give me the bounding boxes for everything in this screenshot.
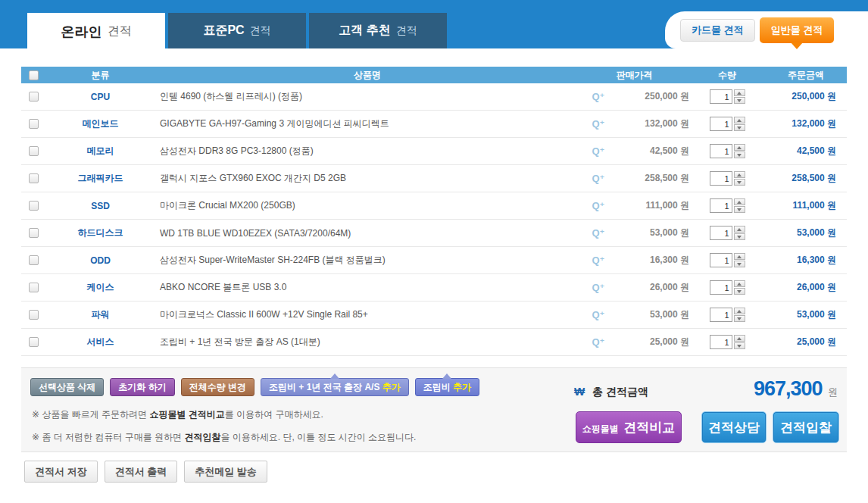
- category-link[interactable]: 그래픽카드: [45, 172, 155, 185]
- total-amount: 967,300 원: [754, 377, 838, 401]
- qty-up-button[interactable]: [734, 253, 745, 260]
- product-name: 삼성전자 DDR3 8G PC3-12800 (정품): [155, 145, 579, 158]
- category-link[interactable]: 케이스: [45, 281, 155, 294]
- row-checkbox[interactable]: [29, 337, 39, 347]
- unit-price: 42,500 원: [617, 145, 689, 158]
- row-checkbox[interactable]: [29, 146, 39, 156]
- category-link[interactable]: CPU: [45, 92, 155, 102]
- quantity-input[interactable]: [710, 117, 732, 131]
- qty-down-button[interactable]: [734, 124, 745, 131]
- delete-selected-button[interactable]: 선택상품 삭제: [30, 378, 104, 396]
- qty-down-button[interactable]: [734, 179, 745, 186]
- quote-consult-button[interactable]: 견적상담: [701, 411, 767, 443]
- reset-button[interactable]: 초기화 하기: [110, 378, 174, 396]
- qty-down-button[interactable]: [734, 261, 745, 267]
- qty-up-button[interactable]: [734, 335, 745, 342]
- unit-price: 250,000 원: [617, 90, 689, 103]
- qty-up-button[interactable]: [734, 198, 745, 205]
- quantity-input[interactable]: [710, 198, 732, 213]
- row-checkbox[interactable]: [29, 255, 39, 265]
- tab-online-quote[interactable]: 온라인 견적: [27, 13, 165, 50]
- unit-price: 25,000 원: [617, 336, 689, 348]
- qty-up-button[interactable]: [734, 171, 745, 178]
- zoom-plus-icon[interactable]: Q⁺: [579, 91, 617, 102]
- quantity-input[interactable]: [710, 253, 732, 267]
- send-recommend-mail-button[interactable]: 추천메일 발송: [184, 461, 267, 483]
- table-row: ODD 삼성전자 Super-WriteMaster SH-224FB (블랙 …: [21, 247, 847, 274]
- zoom-plus-icon[interactable]: Q⁺: [579, 118, 617, 130]
- category-link[interactable]: 메모리: [45, 145, 155, 158]
- order-amount: 111,000 원: [765, 199, 847, 212]
- qty-up-button[interactable]: [734, 144, 745, 151]
- quote-bid-button[interactable]: 견적입찰: [773, 411, 839, 443]
- header-price: 판매가격: [579, 69, 689, 82]
- qty-up-button[interactable]: [734, 280, 745, 287]
- qty-up-button[interactable]: [734, 226, 745, 233]
- save-quote-button[interactable]: 견적서 저장: [24, 461, 98, 483]
- generalmall-quote-button[interactable]: 일반몰 견적: [760, 17, 835, 43]
- change-all-qty-button[interactable]: 전체수량 변경: [181, 378, 254, 396]
- generalmall-quote-label: 일반몰 견적: [771, 24, 823, 36]
- qty-up-button[interactable]: [734, 89, 745, 96]
- zoom-plus-icon[interactable]: Q⁺: [579, 336, 617, 348]
- qty-up-button[interactable]: [734, 117, 745, 123]
- quantity-input[interactable]: [710, 280, 732, 295]
- header-product: 상품명: [155, 69, 579, 82]
- note-text: 을 이용하세요. 단, 이틀 정도 시간이 소요됩니다.: [220, 432, 416, 442]
- select-all-checkbox[interactable]: [29, 70, 39, 80]
- product-name: 마이크론 Crucial MX200 (250GB): [155, 199, 579, 212]
- shop-compare-big-label: 견적비교: [623, 420, 675, 435]
- zoom-plus-icon[interactable]: Q⁺: [579, 227, 617, 239]
- qty-down-button[interactable]: [734, 342, 745, 349]
- row-checkbox[interactable]: [29, 119, 39, 129]
- category-link[interactable]: 서비스: [45, 336, 155, 348]
- add-assembly-button[interactable]: 조립비 추가: [415, 378, 479, 396]
- row-checkbox[interactable]: [29, 283, 39, 292]
- tab-label: 고객 추천: [339, 23, 390, 39]
- category-link[interactable]: ODD: [45, 255, 155, 266]
- qty-down-button[interactable]: [734, 288, 745, 295]
- zoom-plus-icon[interactable]: Q⁺: [579, 173, 617, 184]
- category-link[interactable]: 파워: [45, 308, 155, 321]
- qty-down-button[interactable]: [734, 315, 745, 322]
- category-link[interactable]: 하드디스크: [45, 227, 155, 239]
- quantity-input[interactable]: [710, 89, 732, 104]
- row-checkbox[interactable]: [29, 92, 39, 102]
- quantity-input[interactable]: [710, 308, 732, 322]
- add-assembly-as-button[interactable]: 조립비 + 1년 전국 출장 A/S 추가: [261, 378, 409, 396]
- category-link[interactable]: SSD: [45, 201, 155, 211]
- pointer-up-icon: [330, 373, 339, 379]
- qty-down-button[interactable]: [734, 97, 745, 104]
- category-link[interactable]: 메인보드: [45, 117, 155, 130]
- row-checkbox[interactable]: [29, 310, 39, 320]
- action-buttons: 선택상품 삭제 초기화 하기 전체수량 변경 조립비 + 1년 전국 출장 A/…: [30, 378, 479, 396]
- qty-down-button[interactable]: [734, 152, 745, 158]
- zoom-plus-icon[interactable]: Q⁺: [579, 145, 617, 157]
- zoom-plus-icon[interactable]: Q⁺: [579, 309, 617, 320]
- qty-down-button[interactable]: [734, 206, 745, 213]
- quantity-input[interactable]: [710, 335, 732, 349]
- row-checkbox[interactable]: [29, 201, 39, 211]
- add-assembly-as-accent: 추가: [382, 382, 401, 392]
- row-checkbox[interactable]: [29, 228, 39, 238]
- qty-up-button[interactable]: [734, 308, 745, 314]
- tab-standard-pc-quote[interactable]: 표준PC 견적: [168, 13, 306, 48]
- row-checkbox[interactable]: [29, 173, 39, 183]
- product-name: GIGABYTE GA-H97-Gaming 3 게이밍에디션 피씨디렉트: [155, 117, 579, 130]
- quantity-input[interactable]: [710, 171, 732, 186]
- qty-down-button[interactable]: [734, 233, 745, 240]
- shop-compare-button[interactable]: 쇼핑몰별 견적비교: [576, 411, 682, 443]
- quantity-input[interactable]: [710, 226, 732, 240]
- table-row: 메인보드 GIGABYTE GA-H97-Gaming 3 게이밍에디션 피씨디…: [21, 111, 847, 138]
- order-amount: 42,500 원: [765, 145, 847, 158]
- print-quote-button[interactable]: 견적서 출력: [105, 461, 178, 483]
- tab-customer-recommend-quote[interactable]: 고객 추천 견적: [309, 13, 447, 48]
- cardmall-quote-button[interactable]: 카드몰 견적: [680, 19, 755, 42]
- note-text: ※ 상품을 빠르게 주문하려면: [32, 409, 149, 420]
- table-row: 메모리 삼성전자 DDR3 8G PC3-12800 (정품) Q⁺ 42,50…: [21, 138, 847, 165]
- zoom-plus-icon[interactable]: Q⁺: [579, 200, 617, 211]
- header-amount: 주문금액: [765, 69, 847, 82]
- zoom-plus-icon[interactable]: Q⁺: [579, 282, 617, 293]
- zoom-plus-icon[interactable]: Q⁺: [579, 255, 617, 266]
- quantity-input[interactable]: [710, 144, 732, 158]
